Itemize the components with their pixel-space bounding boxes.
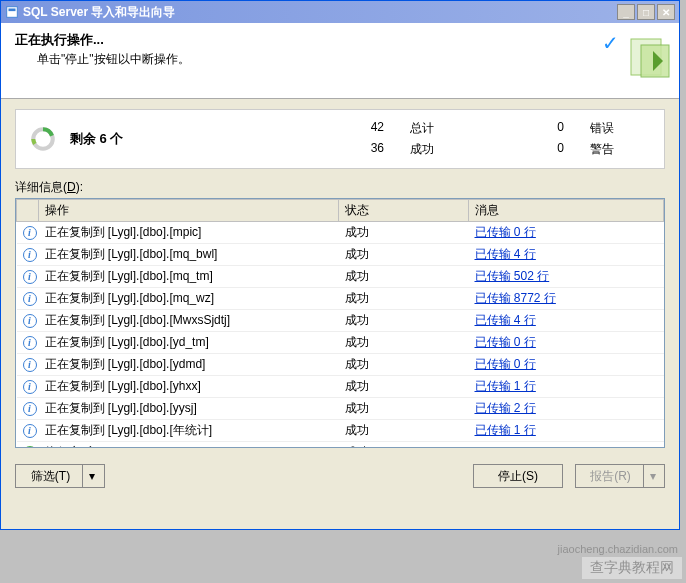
col-status-header[interactable]: 状态 <box>339 200 469 222</box>
table-row[interactable]: i正在复制到 [Lygl].[dbo].[MwxsSjdtj]成功已传输 4 行 <box>17 310 664 332</box>
svg-rect-0 <box>7 7 18 18</box>
chevron-down-icon: ▾ <box>644 469 662 483</box>
table-row[interactable]: i正在复制到 [Lygl].[dbo].[mq_tm]成功已传输 502 行 <box>17 266 664 288</box>
page-subtitle: 单击"停止"按钮以中断操作。 <box>37 51 665 68</box>
row-status: 成功 <box>339 266 469 288</box>
row-operation: 正在复制到 [Lygl].[dbo].[ydmd] <box>39 354 339 376</box>
info-icon: i <box>23 292 37 306</box>
info-icon: i <box>23 402 37 416</box>
stop-button[interactable]: 停止(S) <box>473 464 563 488</box>
message-link[interactable]: 已传输 2 行 <box>475 401 536 415</box>
titlebar[interactable]: SQL Server 导入和导出向导 _ □ ✕ <box>1 1 679 23</box>
watermark-text: 查字典教程网 <box>582 557 682 579</box>
table-row[interactable]: ✓执行之后成功 <box>17 442 664 449</box>
row-operation: 正在复制到 [Lygl].[dbo].[年统计] <box>39 420 339 442</box>
row-status: 成功 <box>339 310 469 332</box>
row-status: 成功 <box>339 354 469 376</box>
row-operation: 正在复制到 [Lygl].[dbo].[mq_bwl] <box>39 244 339 266</box>
table-row[interactable]: i正在复制到 [Lygl].[dbo].[mq_bwl]成功已传输 4 行 <box>17 244 664 266</box>
row-status: 成功 <box>339 442 469 449</box>
table-row[interactable]: i正在复制到 [Lygl].[dbo].[yd_tm]成功已传输 0 行 <box>17 332 664 354</box>
row-operation: 正在复制到 [Lygl].[dbo].[yysj] <box>39 398 339 420</box>
table-row[interactable]: i正在复制到 [Lygl].[dbo].[yysj]成功已传输 2 行 <box>17 398 664 420</box>
row-icon-cell: i <box>17 332 39 354</box>
col-icon-header[interactable] <box>17 200 39 222</box>
row-icon-cell: i <box>17 266 39 288</box>
chevron-down-icon: ▾ <box>83 469 101 483</box>
row-operation: 执行之后 <box>39 442 339 449</box>
info-icon: i <box>23 248 37 262</box>
row-icon-cell: i <box>17 288 39 310</box>
col-message-header[interactable]: 消息 <box>469 200 664 222</box>
total-count: 42 <box>330 120 390 137</box>
row-icon-cell: i <box>17 354 39 376</box>
message-link[interactable]: 已传输 0 行 <box>475 357 536 371</box>
row-message: 已传输 0 行 <box>469 354 664 376</box>
message-link[interactable]: 已传输 0 行 <box>475 335 536 349</box>
message-link[interactable]: 已传输 4 行 <box>475 313 536 327</box>
header-panel: 正在执行操作... 单击"停止"按钮以中断操作。 ✓ <box>1 23 679 99</box>
table-row[interactable]: i正在复制到 [Lygl].[dbo].[yhxx]成功已传输 1 行 <box>17 376 664 398</box>
success-label: 成功 <box>410 141 470 158</box>
table-row[interactable]: i正在复制到 [Lygl].[dbo].[年统计]成功已传输 1 行 <box>17 420 664 442</box>
watermark-url: jiaocheng.chazidian.com <box>558 543 678 555</box>
message-link[interactable]: 已传输 0 行 <box>475 225 536 239</box>
remaining-label: 剩余 6 个 <box>70 130 330 148</box>
info-icon: i <box>23 358 37 372</box>
row-icon-cell: i <box>17 398 39 420</box>
button-row: 筛选(T) ▾ 停止(S) 报告(R) ▾ <box>15 464 665 488</box>
close-button[interactable]: ✕ <box>657 4 675 20</box>
wizard-window: SQL Server 导入和导出向导 _ □ ✕ 正在执行操作... 单击"停止… <box>0 0 680 530</box>
details-table-container[interactable]: 操作 状态 消息 i正在复制到 [Lygl].[dbo].[mpic]成功已传输… <box>15 198 665 448</box>
row-icon-cell: i <box>17 376 39 398</box>
page-title: 正在执行操作... <box>15 31 665 49</box>
row-icon-cell: i <box>17 244 39 266</box>
app-icon <box>5 5 19 19</box>
total-label: 总计 <box>410 120 470 137</box>
table-row[interactable]: i正在复制到 [Lygl].[dbo].[mq_wz]成功已传输 8772 行 <box>17 288 664 310</box>
row-message: 已传输 4 行 <box>469 244 664 266</box>
row-icon-cell: i <box>17 222 39 244</box>
table-row[interactable]: i正在复制到 [Lygl].[dbo].[ydmd]成功已传输 0 行 <box>17 354 664 376</box>
info-icon: i <box>23 424 37 438</box>
table-row[interactable]: i正在复制到 [Lygl].[dbo].[mpic]成功已传输 0 行 <box>17 222 664 244</box>
row-operation: 正在复制到 [Lygl].[dbo].[yhxx] <box>39 376 339 398</box>
filter-button[interactable]: 筛选(T) ▾ <box>15 464 105 488</box>
row-status: 成功 <box>339 288 469 310</box>
report-button-label: 报告(R) <box>578 465 644 487</box>
message-link[interactable]: 已传输 4 行 <box>475 247 536 261</box>
row-message: 已传输 1 行 <box>469 376 664 398</box>
row-operation: 正在复制到 [Lygl].[dbo].[yd_tm] <box>39 332 339 354</box>
maximize-button[interactable]: □ <box>637 4 655 20</box>
info-icon: i <box>23 380 37 394</box>
row-icon-cell: i <box>17 310 39 332</box>
warnings-label: 警告 <box>590 141 650 158</box>
row-icon-cell: ✓ <box>17 442 39 449</box>
row-operation: 正在复制到 [Lygl].[dbo].[mq_wz] <box>39 288 339 310</box>
wizard-graphic-icon <box>623 31 673 81</box>
success-icon: ✓ <box>23 446 37 448</box>
info-icon: i <box>23 314 37 328</box>
row-status: 成功 <box>339 222 469 244</box>
row-status: 成功 <box>339 376 469 398</box>
message-link[interactable]: 已传输 1 行 <box>475 379 536 393</box>
summary-panel: 剩余 6 个 42 总计 0 错误 36 成功 0 警告 <box>15 109 665 169</box>
report-button[interactable]: 报告(R) ▾ <box>575 464 665 488</box>
row-operation: 正在复制到 [Lygl].[dbo].[MwxsSjdtj] <box>39 310 339 332</box>
row-message: 已传输 0 行 <box>469 332 664 354</box>
message-link[interactable]: 已传输 8772 行 <box>475 291 556 305</box>
col-operation-header[interactable]: 操作 <box>39 200 339 222</box>
warnings-count: 0 <box>490 141 570 158</box>
minimize-button[interactable]: _ <box>617 4 635 20</box>
message-link[interactable]: 已传输 1 行 <box>475 423 536 437</box>
row-message: 已传输 1 行 <box>469 420 664 442</box>
row-icon-cell: i <box>17 420 39 442</box>
row-message: 已传输 502 行 <box>469 266 664 288</box>
row-message: 已传输 8772 行 <box>469 288 664 310</box>
message-link[interactable]: 已传输 502 行 <box>475 269 550 283</box>
progress-spinner-icon <box>30 125 56 153</box>
window-controls: _ □ ✕ <box>617 4 675 20</box>
row-operation: 正在复制到 [Lygl].[dbo].[mpic] <box>39 222 339 244</box>
check-icon: ✓ <box>602 31 619 55</box>
errors-count: 0 <box>490 120 570 137</box>
